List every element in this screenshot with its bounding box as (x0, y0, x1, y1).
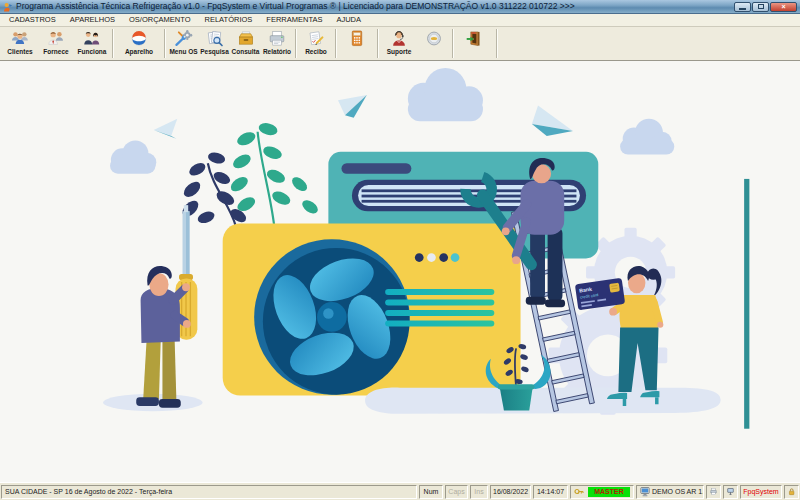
maximize-icon (758, 4, 764, 9)
employees-icon (82, 30, 102, 47)
toolbar-label: Relatório (263, 48, 291, 55)
toolbar-separator (452, 29, 454, 58)
computer-icon (640, 486, 650, 497)
plant-branch-green (228, 121, 320, 226)
status-user-panel: MASTER (570, 485, 634, 499)
menu-ferramentas[interactable]: FERRAMENTAS (259, 14, 329, 26)
status-time: 14:14:07 (533, 485, 568, 499)
toolbar-button-pesquisa[interactable]: Pesquisa (199, 28, 230, 59)
fan (254, 239, 409, 394)
window-title: Programa Assistência Técnica Refrigeraçã… (16, 0, 733, 13)
suppliers-icon (46, 30, 66, 47)
status-user: MASTER (588, 487, 630, 497)
status-date: 16/08/2022 (490, 485, 531, 499)
ac-outdoor-unit (223, 223, 521, 395)
menu-os-orcamento[interactable]: OS/ORÇAMENTO (122, 14, 198, 26)
cloud (620, 119, 674, 155)
toolbar-button-fornece[interactable]: Fornece (38, 28, 74, 59)
toolbar-separator (496, 29, 498, 58)
cloud (408, 68, 483, 121)
toolbar-label: Recibo (305, 48, 327, 55)
toolbar-label: Aparelho (125, 48, 153, 55)
toolbar-button-exit[interactable] (456, 28, 494, 59)
key-icon (574, 486, 584, 497)
toolbar-button-aparelho[interactable]: Aparelho (116, 28, 162, 59)
toolbar-label: Fornece (43, 48, 68, 55)
cloud (110, 140, 156, 173)
menu-relatorios[interactable]: RELATÓRIOS (198, 14, 260, 26)
lock-icon (788, 486, 795, 497)
toolbar-button-funciona[interactable]: Funciona (74, 28, 110, 59)
menu-cadastros[interactable]: CADASTROS (2, 14, 63, 26)
brand-label: FpqSystem (743, 488, 778, 495)
window-controls: × (733, 2, 797, 12)
toolbar-label: Funciona (78, 48, 107, 55)
maximize-button[interactable] (752, 2, 769, 12)
printer-icon (710, 486, 717, 497)
toolbar-label: Clientes (7, 48, 32, 55)
minimize-button[interactable] (734, 2, 751, 12)
status-monitor-panel[interactable] (723, 485, 738, 499)
application-window: { "window": { "title": "Programa Assistê… (0, 0, 800, 500)
monitor-icon (727, 486, 734, 497)
menu-aparelhos[interactable]: APARELHOS (63, 14, 122, 26)
main-canvas: Bank credit card (0, 61, 800, 482)
technician-with-screwdriver (136, 205, 197, 408)
minimize-icon (739, 8, 746, 10)
floor-shadow (365, 388, 721, 414)
toolbar-separator (377, 29, 379, 58)
hvac-illustration: Bank credit card (0, 61, 800, 482)
app-icon (3, 2, 13, 12)
toolbar-separator (295, 29, 297, 58)
paper-plane (154, 119, 178, 139)
status-insert: Ins (470, 485, 488, 499)
toolbar-label: Menu OS (169, 48, 197, 55)
right-border-line (744, 179, 749, 429)
toolbar-separator (164, 29, 166, 58)
device-icon (129, 30, 149, 47)
lookup-drawer-icon (236, 30, 256, 47)
toolbar-button-consulta[interactable]: Consulta (230, 28, 261, 59)
menu-ajuda[interactable]: AJUDA (329, 14, 368, 26)
menu-bar: CADASTROS APARELHOS OS/ORÇAMENTO RELATÓR… (0, 14, 800, 27)
report-printer-icon (267, 30, 287, 47)
toolbar-button-recibo[interactable]: Recibo (299, 28, 333, 59)
service-order-tools-icon (174, 30, 194, 47)
toolbar-button-suporte[interactable]: Suporte (381, 28, 417, 59)
status-num-lock: Num (419, 485, 443, 499)
exit-door-icon (465, 30, 485, 47)
support-agent-icon (389, 30, 409, 47)
toolbar-button-menu-os[interactable]: Menu OS (168, 28, 199, 59)
toolbar-button-relatorio[interactable]: Relatório (261, 28, 293, 59)
status-bar: SUA CIDADE - SP 16 de Agosto de 2022 - T… (0, 482, 800, 500)
toolbar-label: Consulta (232, 48, 260, 55)
receipt-icon (306, 30, 326, 47)
status-printer-panel[interactable] (706, 485, 721, 499)
status-brand: FpqSystem (740, 485, 782, 499)
status-caps-lock: Caps (445, 485, 468, 499)
status-system: DEMO OS AR 1.0 (652, 488, 704, 495)
clients-icon (10, 30, 30, 47)
title-bar: Programa Assistência Técnica Refrigeraçã… (0, 0, 800, 14)
toolbar: Clientes Fornece Funciona Aparelho (0, 27, 800, 61)
toolbar-separator (112, 29, 114, 58)
toolbar-button-coin[interactable] (417, 28, 450, 59)
calculator-icon (347, 30, 367, 47)
status-lock-panel[interactable] (784, 485, 799, 499)
search-documents-icon (205, 30, 225, 47)
toolbar-button-calculator[interactable] (339, 28, 375, 59)
paper-plane (532, 106, 573, 137)
status-location: SUA CIDADE - SP 16 de Agosto de 2022 - T… (1, 485, 417, 499)
close-button[interactable]: × (770, 2, 797, 12)
coin-icon (424, 30, 444, 47)
toolbar-label: Pesquisa (200, 48, 229, 55)
status-system-panel: DEMO OS AR 1.0 (636, 485, 704, 499)
paper-plane (338, 95, 367, 118)
toolbar-button-clientes[interactable]: Clientes (2, 28, 38, 59)
toolbar-label: Suporte (387, 48, 412, 55)
toolbar-separator (335, 29, 337, 58)
